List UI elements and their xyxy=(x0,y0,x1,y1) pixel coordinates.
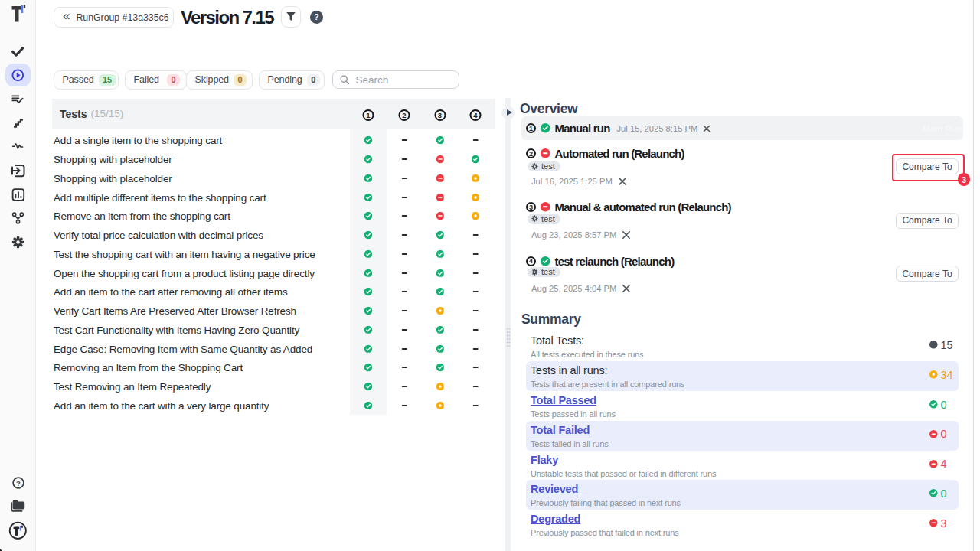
svg-text:?: ? xyxy=(16,479,21,487)
